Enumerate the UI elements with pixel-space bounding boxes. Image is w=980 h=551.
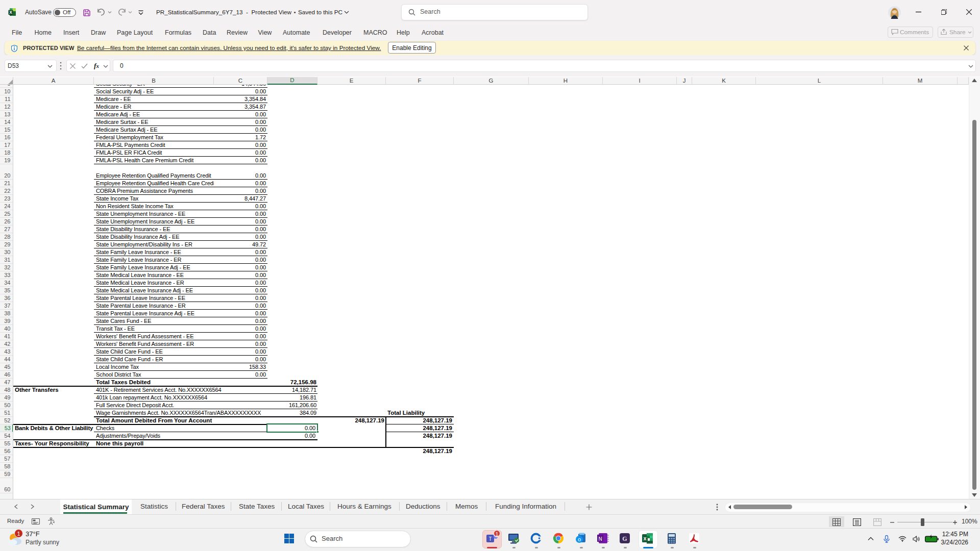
svg-text:X: X: [9, 10, 12, 15]
svg-text:N: N: [598, 536, 602, 542]
svg-text:T: T: [488, 536, 492, 542]
svg-text:G: G: [622, 535, 627, 542]
svg-text:o: o: [578, 536, 581, 542]
svg-text:x: x: [644, 536, 647, 541]
